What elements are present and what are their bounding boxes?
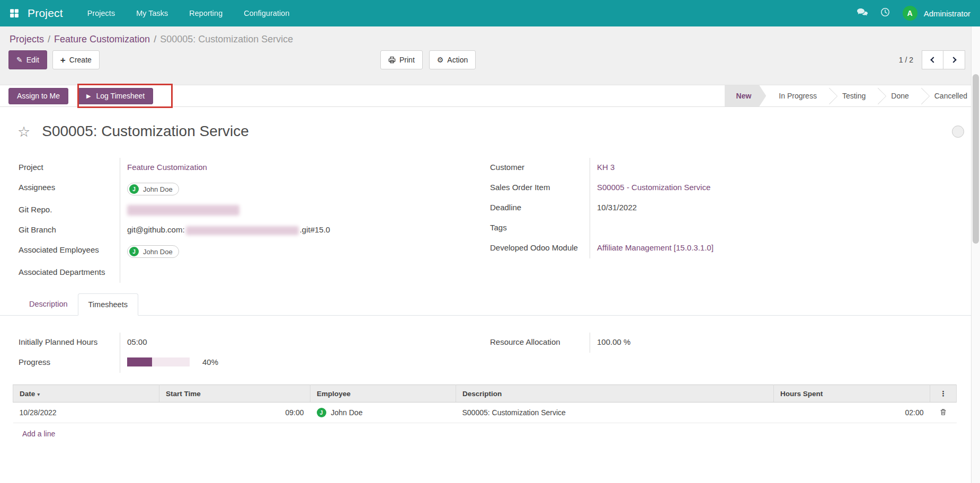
statusbar: Assign to Me ▶ Log Timesheet New In Prog…: [0, 85, 980, 107]
sales-order-item-link[interactable]: S00005 - Customization Service: [597, 183, 710, 192]
breadcrumb-separator: /: [44, 34, 54, 44]
timesheet-row[interactable]: 10/28/2022 09:00 J John Doe S00005: Cust…: [13, 402, 957, 423]
field-git-repo: Git Repo.: [19, 200, 490, 220]
chevron-left-icon: [930, 57, 936, 62]
stage-testing[interactable]: Testing: [830, 85, 878, 106]
cell-description: S00005: Customization Service: [456, 402, 774, 423]
field-sales-order-item: Sales Order Item S00005 - Customization …: [490, 178, 961, 198]
menu-configuration[interactable]: Configuration: [244, 9, 289, 17]
log-timesheet-button[interactable]: ▶ Log Timesheet: [78, 88, 153, 104]
breadcrumb: Projects/Feature Customization/S00005: C…: [8, 34, 972, 45]
menu-my-tasks[interactable]: My Tasks: [136, 9, 168, 17]
customer-link[interactable]: KH 3: [597, 163, 614, 172]
assignee-badge[interactable]: J John Doe: [127, 183, 179, 195]
cell-employee: J John Doe: [310, 402, 456, 423]
progress-percentage: 40%: [202, 357, 218, 366]
column-header-date[interactable]: Date▾: [13, 385, 159, 402]
tab-description[interactable]: Description: [19, 293, 78, 316]
avatar: J: [129, 247, 139, 256]
avatar: J: [129, 184, 139, 194]
employee-badge[interactable]: J John Doe: [127, 245, 179, 258]
project-link[interactable]: Feature Customization: [127, 163, 207, 172]
stage-in-progress[interactable]: In Progress: [766, 85, 830, 106]
field-customer: Customer KH 3: [490, 158, 961, 178]
assign-to-me-button[interactable]: Assign to Me: [8, 88, 68, 104]
timesheet-panel-fields: Initially Planned Hours 05:00 Progress 4…: [0, 333, 980, 373]
column-header-hours-spent[interactable]: Hours Spent: [774, 385, 930, 402]
vertical-scrollbar: [971, 26, 980, 483]
breadcrumb-current: S00005: Customization Service: [160, 34, 293, 44]
messages-icon[interactable]: [857, 8, 868, 19]
cell-start-time: 09:00: [159, 402, 310, 423]
field-developed-odoo-module: Developed Odoo Module Affiliate Manageme…: [490, 238, 961, 258]
gear-icon: ⚙: [437, 56, 444, 64]
optional-columns-icon[interactable]: ⋮: [930, 385, 957, 402]
user-name[interactable]: Administrator: [924, 9, 970, 18]
timesheet-table: Date▾ Start Time Employee Description Ho…: [13, 384, 957, 423]
column-header-employee[interactable]: Employee: [310, 385, 456, 402]
field-initially-planned-hours: Initially Planned Hours 05:00: [19, 333, 490, 353]
progress-bar-fill: [127, 357, 152, 366]
create-button[interactable]: + Create: [52, 50, 100, 69]
breadcrumb-separator: /: [150, 34, 160, 44]
scrollbar-thumb[interactable]: [973, 74, 979, 244]
stage-done[interactable]: Done: [878, 85, 921, 106]
field-progress: Progress 40%: [19, 353, 490, 373]
column-header-start-time[interactable]: Start Time: [159, 385, 310, 402]
tab-timesheets[interactable]: Timesheets: [78, 293, 138, 316]
notebook-tabs: Description Timesheets: [0, 293, 980, 316]
cell-date: 10/28/2022: [13, 402, 159, 423]
field-deadline: Deadline 10/31/2022: [490, 198, 961, 218]
activities-clock-icon[interactable]: [880, 7, 890, 19]
task-title: S00005: Customization Service: [42, 123, 249, 140]
action-button[interactable]: ⚙ Action: [429, 50, 476, 69]
employee-avatar: J: [317, 408, 326, 417]
top-navbar: Project Projects My Tasks Reporting Conf…: [0, 0, 980, 26]
chevron-right-icon: [950, 57, 956, 62]
main-menu: Projects My Tasks Reporting Configuratio…: [87, 9, 290, 17]
breadcrumb-projects[interactable]: Projects: [10, 34, 44, 44]
stage-pipeline: New In Progress Testing Done Cancelled: [725, 85, 980, 106]
developed-module-link[interactable]: Affiliate Management [15.0.3.1.0]: [597, 243, 714, 252]
play-icon: ▶: [86, 93, 91, 100]
git-branch-redacted-value: [186, 226, 299, 235]
print-button[interactable]: Print: [380, 50, 423, 69]
pager-next-button[interactable]: [943, 50, 965, 69]
add-a-line-link[interactable]: Add a line: [22, 430, 55, 438]
pager-counter: 1 / 2: [899, 56, 913, 64]
progress-bar: [127, 357, 190, 366]
activity-state-icon[interactable]: [952, 126, 964, 138]
stage-new[interactable]: New: [725, 85, 767, 106]
apps-menu-icon[interactable]: [10, 8, 19, 18]
user-avatar[interactable]: A: [903, 6, 917, 21]
app-name[interactable]: Project: [28, 7, 63, 20]
field-git-branch: Git Branch git@github.com:.git#15.0: [19, 220, 490, 240]
form-sheet: ☆ S00005: Customization Service Project …: [0, 107, 980, 483]
field-resource-allocation: Resource Allocation 100.00 %: [490, 333, 961, 353]
pencil-icon: ✎: [16, 56, 23, 64]
menu-reporting[interactable]: Reporting: [189, 9, 222, 17]
field-project: Project Feature Customization: [19, 158, 490, 178]
field-group: Project Feature Customization Assignees …: [0, 158, 980, 283]
favorite-star-icon[interactable]: ☆: [17, 124, 30, 139]
plus-icon: +: [60, 56, 66, 65]
field-assignees: Assignees J John Doe: [19, 178, 490, 200]
control-panel: Projects/Feature Customization/S00005: C…: [0, 26, 980, 85]
sort-desc-icon: ▾: [37, 391, 40, 397]
field-associated-departments: Associated Departments: [19, 263, 490, 283]
field-tags: Tags: [490, 218, 961, 238]
printer-icon: [388, 56, 396, 64]
field-associated-employees: Associated Employees J John Doe: [19, 240, 490, 263]
cell-hours-spent: 02:00: [774, 402, 930, 423]
edit-button[interactable]: ✎ Edit: [8, 50, 47, 69]
pager-previous-button[interactable]: [922, 50, 943, 69]
column-header-description[interactable]: Description: [456, 385, 774, 402]
delete-row-trash-icon[interactable]: [940, 408, 947, 416]
breadcrumb-feature-customization[interactable]: Feature Customization: [54, 34, 150, 44]
git-repo-redacted-value: [127, 205, 239, 216]
menu-projects[interactable]: Projects: [87, 9, 115, 17]
